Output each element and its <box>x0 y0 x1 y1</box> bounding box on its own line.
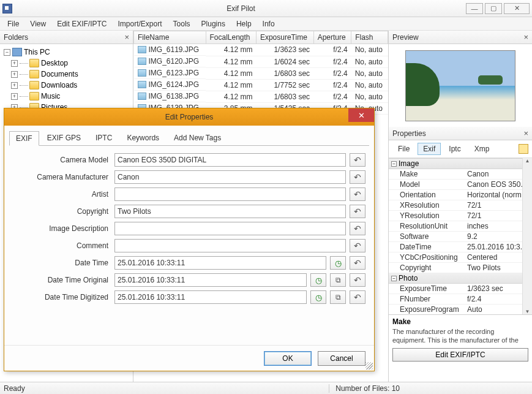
prop-row[interactable]: ExposureProgramAuto <box>389 305 532 314</box>
undo-icon[interactable] <box>350 222 365 235</box>
col-aperture[interactable]: Aperture <box>313 31 351 44</box>
col-filename[interactable]: FileName <box>134 31 206 44</box>
properties-options-icon[interactable] <box>519 144 528 154</box>
tree-item-music[interactable]: + Music <box>1 91 132 102</box>
input-date-time[interactable] <box>114 256 326 270</box>
tree-item-documents[interactable]: + Documents <box>1 69 132 80</box>
input-date-time-original[interactable] <box>114 273 307 287</box>
dtab-add-new-tags[interactable]: Add New Tags <box>167 131 228 145</box>
file-table: FileName FocalLength ExposureTime Apertu… <box>133 31 388 115</box>
dialog-titlebar[interactable]: Edit Properties ✕ <box>4 108 374 126</box>
dialog-close-button[interactable]: ✕ <box>348 108 374 122</box>
input-copyright[interactable] <box>114 205 346 218</box>
col-flash[interactable]: Flash <box>351 31 388 44</box>
prop-row[interactable]: XResolution72/1 <box>389 200 532 211</box>
undo-icon[interactable] <box>350 273 365 287</box>
prop-row[interactable]: ModelCanon EOS 350... <box>389 180 532 190</box>
ptab-iptc[interactable]: Iptc <box>443 143 466 155</box>
prop-row[interactable]: YResolution72/1 <box>389 211 532 221</box>
cell-fl: 4.12 mm <box>206 44 256 56</box>
dtab-exif-gps[interactable]: EXIF GPS <box>40 131 88 145</box>
menu-edit-exif-iptc[interactable]: Edit EXIF/IPTC <box>52 18 111 29</box>
menu-view[interactable]: View <box>25 18 51 29</box>
prop-value: inches <box>467 222 530 230</box>
collapse-icon[interactable]: − <box>391 276 397 281</box>
cancel-button[interactable]: Cancel <box>318 351 365 366</box>
ptab-xmp[interactable]: Xmp <box>469 143 495 155</box>
tree-root[interactable]: − This PC <box>1 47 132 58</box>
prop-row[interactable]: Software9.2 <box>389 232 532 242</box>
undo-icon[interactable] <box>350 153 365 167</box>
prop-row[interactable]: OrientationHorizontal (normal) <box>389 190 532 200</box>
ok-button[interactable]: OK <box>264 351 312 366</box>
expand-icon[interactable]: + <box>11 60 18 67</box>
copy-icon[interactable] <box>330 290 346 304</box>
menu-plugins[interactable]: Plugins <box>197 18 230 29</box>
table-row[interactable]: IMG_6123.JPG4.12 mm1/6803 secf/2.4No, au… <box>134 67 388 79</box>
ptab-file[interactable]: File <box>392 143 415 155</box>
prop-row[interactable]: ResolutionUnitinches <box>389 221 532 232</box>
clock-icon[interactable] <box>310 273 326 287</box>
prop-row[interactable]: YCbCrPositioningCentered <box>389 252 532 263</box>
undo-icon[interactable] <box>350 239 365 252</box>
prop-row[interactable]: DateTime25.01.2016 10:3... <box>389 242 532 252</box>
tree-item-downloads[interactable]: + Downloads <box>1 80 132 91</box>
dialog-tabs: EXIF EXIF GPS IPTC Keywords Add New Tags <box>4 126 374 145</box>
ptab-exif[interactable]: Exif <box>418 143 441 155</box>
menu-file[interactable]: File <box>2 18 24 29</box>
tree-item-desktop[interactable]: + Desktop <box>1 58 132 69</box>
copy-icon[interactable] <box>330 273 346 287</box>
undo-icon[interactable] <box>350 256 365 270</box>
undo-icon[interactable] <box>350 205 365 218</box>
expand-icon[interactable]: + <box>11 71 18 78</box>
menu-tools[interactable]: Tools <box>168 18 195 29</box>
prop-row[interactable]: FNumberf/2.4 <box>389 294 532 305</box>
table-row[interactable]: IMG_6138.JPG4.12 mm1/6803 secf/2.4No, au… <box>134 91 388 102</box>
input-camera-model[interactable] <box>114 153 346 167</box>
close-button[interactable]: ✕ <box>504 3 530 14</box>
input-date-time-digitized[interactable] <box>114 290 307 304</box>
minimize-button[interactable]: — <box>466 3 483 14</box>
folders-close-icon[interactable]: × <box>124 32 129 42</box>
col-exposuretime[interactable]: ExposureTime <box>256 31 313 44</box>
maximize-button[interactable]: ▢ <box>485 3 502 14</box>
clock-icon[interactable] <box>330 256 346 270</box>
resize-grip[interactable] <box>365 362 373 369</box>
menu-info[interactable]: Info <box>258 18 280 29</box>
dtab-exif[interactable]: EXIF <box>9 131 39 146</box>
menu-import-export[interactable]: Import/Export <box>113 18 167 29</box>
prop-group[interactable]: −Image <box>389 159 532 169</box>
prop-key: XResolution <box>400 201 467 210</box>
undo-icon[interactable] <box>350 188 365 201</box>
prop-row[interactable]: ExposureTime1/3623 sec <box>389 284 532 294</box>
col-focallength[interactable]: FocalLength <box>206 31 256 44</box>
input-camera-manufacturer[interactable] <box>114 170 346 184</box>
preview-close-icon[interactable]: × <box>523 32 528 42</box>
table-row[interactable]: IMG_6124.JPG4.12 mm1/7752 secf/2.4No, au… <box>134 79 388 91</box>
cell-ap: f/2.4 <box>313 56 351 67</box>
input-comment[interactable] <box>114 239 346 252</box>
prop-key: Model <box>400 180 467 189</box>
prop-key: ResolutionUnit <box>400 222 467 230</box>
expand-icon[interactable]: + <box>11 82 18 89</box>
expand-icon[interactable]: + <box>11 93 18 100</box>
prop-row[interactable]: MakeCanon <box>389 169 532 180</box>
menu-help[interactable]: Help <box>231 18 257 29</box>
clock-icon[interactable] <box>310 290 326 304</box>
prop-group[interactable]: −Photo <box>389 273 532 284</box>
properties-scrollbar[interactable] <box>522 158 532 314</box>
table-row[interactable]: IMG_6120.JPG4.12 mm1/6024 secf/2.4No, au… <box>134 56 388 67</box>
collapse-icon[interactable]: − <box>4 49 10 56</box>
prop-row[interactable]: CopyrightTwo Pilots <box>389 263 532 273</box>
input-artist[interactable] <box>114 188 346 201</box>
properties-close-icon[interactable]: × <box>523 129 528 138</box>
input-image-description[interactable] <box>114 222 346 235</box>
edit-exif-iptc-button[interactable]: Edit EXIF/IPTC <box>392 348 528 362</box>
dtab-keywords[interactable]: Keywords <box>120 131 166 145</box>
undo-icon[interactable] <box>350 170 365 184</box>
collapse-icon[interactable]: − <box>391 161 397 167</box>
undo-icon[interactable] <box>350 290 365 304</box>
table-row[interactable]: IMG_6119.JPG4.12 mm1/3623 secf/2.4No, au… <box>134 44 388 56</box>
prop-value: 72/1 <box>467 201 530 210</box>
dtab-iptc[interactable]: IPTC <box>89 131 119 145</box>
